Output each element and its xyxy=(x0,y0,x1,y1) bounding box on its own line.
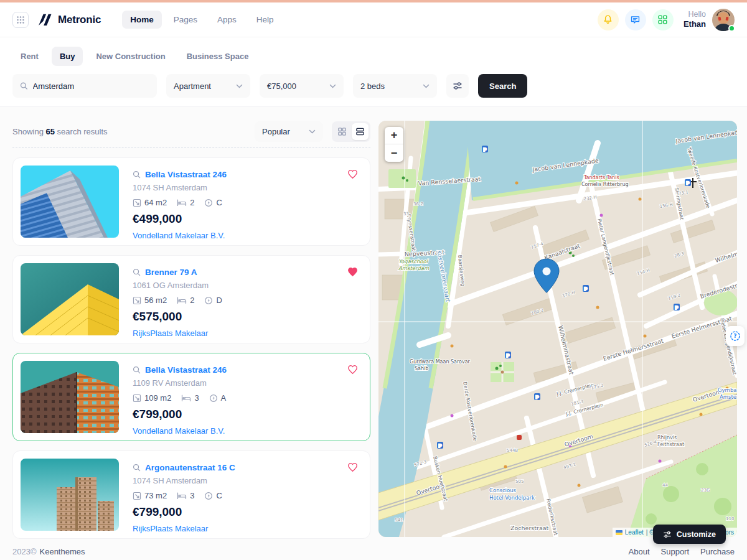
user-greeting: Hello Ethan xyxy=(684,10,706,30)
favorite-button[interactable] xyxy=(347,461,359,475)
bed-icon xyxy=(177,296,187,304)
tab-new-construction[interactable]: New Construction xyxy=(88,47,173,66)
brand-logo[interactable]: Metronic xyxy=(37,12,101,27)
chevron-down-icon xyxy=(423,84,430,88)
copyright-text: 2023© xyxy=(12,547,37,556)
listing-title[interactable]: Bella Vistastraat 246 xyxy=(145,170,227,179)
tab-business-space[interactable]: Business Space xyxy=(179,47,257,66)
footer-link-support[interactable]: Support xyxy=(661,547,690,556)
bed-icon xyxy=(177,492,187,500)
avatar[interactable] xyxy=(712,9,735,31)
svg-text:Zocherstraat: Zocherstraat xyxy=(510,525,549,531)
listing-card[interactable]: Argonautenstraat 16 C 1074 SH Amsterdam … xyxy=(12,450,370,539)
list-view-button[interactable] xyxy=(352,123,369,140)
apps-quicklinks-button[interactable] xyxy=(652,9,674,30)
tab-rent[interactable]: Rent xyxy=(12,47,47,66)
listing-agency[interactable]: RijksPlaats Makelaar xyxy=(133,329,222,338)
svg-text:Cornelis Ritterbrug: Cornelis Ritterbrug xyxy=(581,182,629,187)
listing-address: 1074 SH Amsterdam xyxy=(133,476,235,485)
svg-text:Gurdwara Maan Sarovar: Gurdwara Maan Sarovar xyxy=(410,359,471,365)
advanced-filters-button[interactable] xyxy=(446,74,469,98)
tab-buy[interactable]: Buy xyxy=(52,47,83,66)
svg-text:23G: 23G xyxy=(701,488,710,493)
results-count: 65 xyxy=(46,127,55,136)
listing-agency[interactable]: Vondelland Makelaar B.V. xyxy=(133,426,227,436)
nav-item-pages[interactable]: Pages xyxy=(166,11,205,29)
svg-text:Tandarts Tanis: Tandarts Tanis xyxy=(583,175,619,180)
svg-text:44: 44 xyxy=(662,483,668,488)
notifications-button[interactable] xyxy=(598,9,619,30)
magnifier-icon xyxy=(133,268,141,276)
listing-agency[interactable]: RijksPlaats Makelaar xyxy=(133,524,235,533)
divider xyxy=(12,147,370,148)
sliders-icon xyxy=(453,81,463,91)
greeting-username: Ethan xyxy=(684,19,706,29)
energy-label-icon xyxy=(204,198,213,207)
location-search-box[interactable] xyxy=(12,74,157,98)
area-icon xyxy=(133,198,141,207)
apps-launcher-button[interactable] xyxy=(12,12,29,28)
bed-icon xyxy=(181,394,191,402)
help-button[interactable]: ? xyxy=(726,326,745,346)
company-link[interactable]: Keenthemes xyxy=(40,547,85,556)
metronic-logo-icon xyxy=(37,12,53,27)
listing-address: 1109 RV Amsterdam xyxy=(133,378,227,388)
zoom-in-button[interactable]: + xyxy=(385,127,403,144)
view-toggle xyxy=(332,121,370,142)
bed-icon xyxy=(177,198,187,207)
listing-card[interactable]: Brenner 79 A 1061 OG Amsterdam 56 m2 2 D… xyxy=(12,255,370,343)
listing-agency[interactable]: Vondelland Makelaar B.V. xyxy=(133,231,227,240)
listing-title[interactable]: Argonautenstraat 16 C xyxy=(145,463,235,472)
energy-label-icon xyxy=(204,296,213,305)
area-spec: 73 m2 xyxy=(133,491,167,500)
svg-text:110: 110 xyxy=(726,516,734,521)
search-button[interactable]: Search xyxy=(478,74,527,98)
price-select[interactable]: €75,000 xyxy=(260,74,344,98)
beds-select[interactable]: 2 beds xyxy=(353,74,437,98)
svg-text:P: P xyxy=(535,395,538,400)
zoom-out-button[interactable]: − xyxy=(385,144,403,162)
beds-spec: 2 xyxy=(177,296,194,305)
listing-title[interactable]: Brenner 79 A xyxy=(145,268,197,277)
footer-link-purchase[interactable]: Purchase xyxy=(700,547,735,556)
svg-text:541: 541 xyxy=(395,518,403,523)
area-spec: 56 m2 xyxy=(133,296,167,305)
nav-item-apps[interactable]: Apps xyxy=(209,11,245,29)
map-viewport[interactable]: P P P P P P P Van RensselaerstraatKanaal… xyxy=(378,121,737,537)
nav-item-help[interactable]: Help xyxy=(248,11,282,29)
listing-price: €499,000 xyxy=(133,212,227,226)
favorite-button[interactable] xyxy=(347,168,359,182)
beds-spec: 3 xyxy=(181,393,199,403)
listing-card[interactable]: Bella Vistastraat 246 1109 RV Amsterdam … xyxy=(12,353,370,441)
leaflet-link[interactable]: Leaflet xyxy=(625,529,644,536)
chat-button[interactable] xyxy=(625,9,646,30)
footer: 2023© Keenthemes About Support Purchase xyxy=(0,539,747,560)
svg-text:Hotel Vondelpark: Hotel Vondelpark xyxy=(489,495,535,501)
sort-select[interactable]: Popular xyxy=(255,121,323,142)
property-type-select[interactable]: Apartment xyxy=(166,74,250,98)
svg-text:P: P xyxy=(584,287,587,292)
svg-text:Amsterdam: Amsterdam xyxy=(398,265,430,271)
area-icon xyxy=(133,492,141,500)
listing-title[interactable]: Bella Vistastraat 246 xyxy=(145,365,227,375)
heart-icon xyxy=(347,168,359,179)
map-canvas[interactable]: P P P P P P P Van RensselaerstraatKanaal… xyxy=(378,121,737,537)
listing-card[interactable]: Bella Vistastraat 246 1074 SH Amsterdam … xyxy=(12,157,370,246)
area-spec: 109 m2 xyxy=(133,393,171,403)
grid-view-button[interactable] xyxy=(334,123,350,140)
svg-text:P: P xyxy=(438,444,441,449)
location-search-input[interactable] xyxy=(33,82,149,91)
nav-item-home[interactable]: Home xyxy=(122,11,162,29)
customize-button[interactable]: Customize xyxy=(653,525,726,544)
svg-text:Sahib: Sahib xyxy=(415,366,428,371)
favorite-button[interactable] xyxy=(347,363,359,377)
beds-value: 2 beds xyxy=(360,82,385,91)
help-badge-icon: ? xyxy=(730,330,741,342)
ukraine-flag-icon xyxy=(616,530,622,535)
footer-link-about[interactable]: About xyxy=(629,547,650,556)
favorite-button[interactable] xyxy=(347,266,359,279)
svg-text:?: ? xyxy=(733,333,736,339)
listing-price: €575,000 xyxy=(133,310,222,324)
property-photo xyxy=(21,166,119,238)
squares-grid-icon xyxy=(657,14,668,25)
